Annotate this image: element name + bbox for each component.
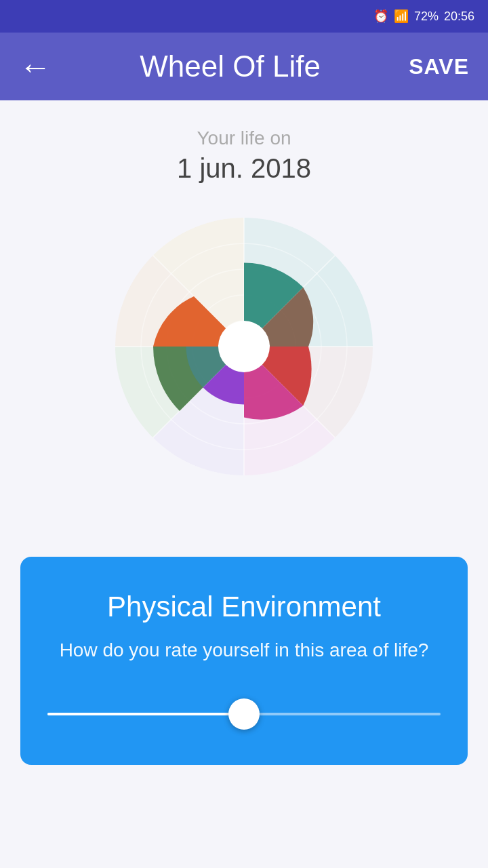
wheel-container[interactable] <box>115 218 373 475</box>
app-title: Wheel Of Life <box>140 50 321 83</box>
status-bar: ⏰ 📶 72% 20:56 <box>0 0 488 33</box>
svg-point-8 <box>218 321 270 372</box>
back-button[interactable]: ← <box>19 48 52 85</box>
time-text: 20:56 <box>444 9 474 24</box>
clock-icon: ⏰ <box>373 9 388 24</box>
wifi-icon: 📶 <box>394 9 409 24</box>
slider-container[interactable] <box>47 697 441 731</box>
bottom-card: Physical Environment How do you rate you… <box>20 557 468 765</box>
life-date-value: 1 jun. 2018 <box>177 153 311 184</box>
main-content: Your life on 1 jun. 2018 <box>0 100 488 868</box>
life-date-label: Your life on <box>197 127 291 149</box>
wheel-svg <box>115 218 373 475</box>
status-icons: ⏰ 📶 72% 20:56 <box>373 9 474 24</box>
app-bar: ← Wheel Of Life SAVE <box>0 33 488 100</box>
save-button[interactable]: SAVE <box>409 54 469 79</box>
card-title: Physical Environment <box>107 591 381 623</box>
card-subtitle: How do you rate yourself in this area of… <box>60 637 429 663</box>
battery-text: 72% <box>414 9 439 24</box>
